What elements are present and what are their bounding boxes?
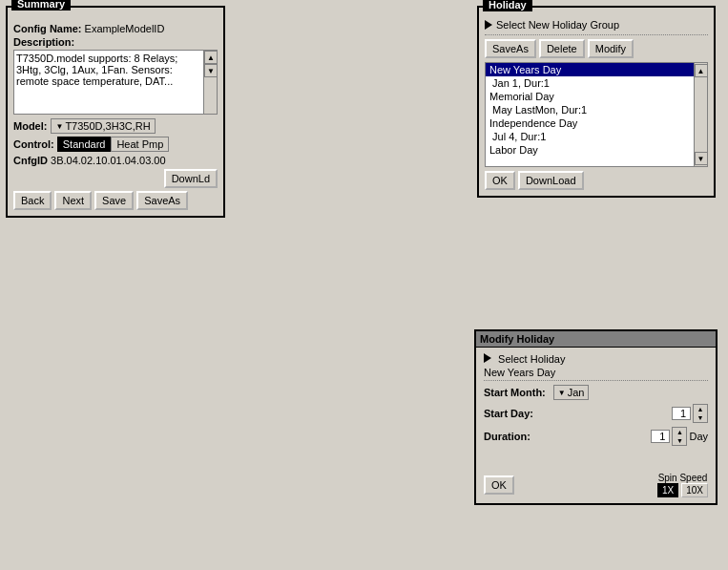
speed-1x-button[interactable]: 1X: [657, 483, 678, 497]
divider: [485, 34, 708, 35]
scroll-down-arrow[interactable]: ▼: [204, 64, 218, 77]
config-name-row: Config Name: ExampleModelID: [13, 23, 218, 34]
spacer: [484, 454, 708, 473]
holiday-list-item[interactable]: Memorial Day: [486, 90, 694, 103]
description-box: T7350D.model supports: 8 Relays; 3Htg, 3…: [13, 50, 218, 115]
select-group-row: Select New Holiday Group: [485, 19, 708, 31]
start-day-control: 1 ▲ ▼: [672, 404, 708, 423]
duration-up[interactable]: ▲: [673, 428, 686, 436]
description-label: Description:: [13, 36, 74, 48]
standard-button[interactable]: Standard: [57, 137, 112, 152]
duration-label: Duration:: [484, 431, 530, 442]
selected-holiday-text: New Years Day: [484, 367, 555, 378]
selected-holiday-value[interactable]: New Years Day: [484, 367, 708, 381]
model-row: Model: ▼ T7350D,3H3C,RH: [13, 118, 218, 134]
list-scroll-up[interactable]: ▲: [695, 64, 708, 77]
cnfgid-label: CnfgID: [13, 155, 48, 166]
summary-panel: Summary Config Name: ExampleModelID Desc…: [6, 6, 225, 218]
config-name-value: ExampleModelID: [85, 23, 165, 34]
model-label: Model:: [13, 120, 47, 132]
start-month-dropdown[interactable]: ▼ Jan: [553, 385, 590, 400]
holiday-list-item[interactable]: Labor Day: [486, 143, 694, 157]
modify-holiday-titlebar: Modify Holiday: [476, 331, 716, 348]
holiday-list-item[interactable]: May LastMon, Dur:1: [486, 103, 694, 116]
duration-control: 1 ▲ ▼ Day: [651, 427, 708, 446]
holiday-bottom-buttons: OK DownLoad: [485, 171, 708, 190]
duration-value: 1: [651, 430, 670, 443]
start-day-down[interactable]: ▼: [694, 413, 707, 422]
start-month-value: Jan: [568, 387, 585, 398]
start-day-up[interactable]: ▲: [694, 405, 707, 413]
select-holiday-label: Select Holiday: [498, 353, 565, 365]
cnfgid-row: CnfgID 3B.04.02.10.01.04.03.00: [13, 155, 218, 166]
back-button[interactable]: Back: [13, 191, 52, 210]
downld-button[interactable]: DownLd: [164, 169, 218, 188]
summary-bottom-buttons: Back Next Save SaveAs: [13, 191, 218, 210]
modify-holiday-title: Modify Holiday: [480, 333, 554, 345]
duration-row: Duration: 1 ▲ ▼ Day: [484, 427, 708, 446]
saveas-button[interactable]: SaveAs: [136, 191, 188, 210]
speed-10x-button[interactable]: 10X: [681, 483, 708, 497]
holiday-panel: Holiday Select New Holiday Group SaveAs …: [477, 6, 716, 198]
model-value: T7350D,3H3C,RH: [65, 120, 150, 132]
description-text: T7350D.model supports: 8 Relays; 3Htg, 3…: [16, 53, 215, 87]
start-day-spinner[interactable]: ▲ ▼: [693, 404, 708, 423]
next-button[interactable]: Next: [54, 191, 92, 210]
duration-down[interactable]: ▼: [673, 436, 686, 445]
holiday-list-item[interactable]: Independence Day: [486, 116, 694, 130]
control-row: Control: Standard Heat Pmp: [13, 137, 218, 152]
summary-title: Summary: [11, 0, 71, 11]
start-day-value: 1: [672, 407, 691, 420]
modify-ok-button[interactable]: OK: [484, 475, 514, 495]
holiday-download-button[interactable]: DownLoad: [518, 171, 584, 190]
select-group-label: Select New Holiday Group: [496, 19, 619, 31]
modify-bottom-row: OK Spin Speed 1X 10X: [484, 473, 708, 497]
holiday-saveas-button[interactable]: SaveAs: [485, 39, 536, 58]
start-month-row: Start Month: ▼ Jan: [484, 385, 708, 400]
start-day-row: Start Day: 1 ▲ ▼: [484, 404, 708, 423]
config-name-label: Config Name:: [13, 23, 82, 34]
scroll-up-arrow[interactable]: ▲: [204, 51, 218, 64]
save-button[interactable]: Save: [94, 191, 134, 210]
start-day-label: Start Day:: [484, 408, 533, 419]
modify-holiday-content: Select Holiday New Years Day Start Month…: [476, 348, 716, 503]
holiday-ok-button[interactable]: OK: [485, 171, 515, 190]
dropdown-arrow: ▼: [55, 122, 63, 131]
description-label-row: Description:: [13, 36, 218, 48]
holiday-list-scrollbar[interactable]: ▲ ▼: [694, 63, 707, 166]
select-holiday-row: Select Holiday: [484, 353, 708, 365]
downld-row: DownLd: [13, 169, 218, 188]
select-group-arrow: [485, 20, 492, 30]
description-scrollbar[interactable]: ▲ ▼: [203, 51, 217, 114]
holiday-list[interactable]: New Years Day Jan 1, Dur:1 Memorial Day …: [485, 62, 708, 167]
heatpmp-button[interactable]: Heat Pmp: [111, 137, 169, 152]
holiday-list-item[interactable]: Jul 4, Dur:1: [486, 130, 694, 143]
month-dropdown-arrow: ▼: [558, 389, 566, 397]
holiday-buttons: SaveAs Delete Modify: [485, 39, 708, 58]
holiday-list-item[interactable]: New Years Day: [486, 63, 694, 76]
holiday-title: Holiday: [483, 0, 532, 11]
select-holiday-arrow: [484, 353, 491, 363]
control-label: Control:: [13, 138, 54, 150]
model-dropdown[interactable]: ▼ T7350D,3H3C,RH: [51, 118, 155, 134]
holiday-delete-button[interactable]: Delete: [539, 39, 585, 58]
duration-spinner[interactable]: ▲ ▼: [672, 427, 687, 446]
duration-unit: Day: [689, 431, 708, 442]
start-month-label: Start Month:: [484, 387, 546, 398]
spin-speed-buttons: 1X 10X: [657, 483, 708, 497]
spin-speed-label: Spin Speed: [658, 473, 708, 483]
list-scroll-down[interactable]: ▼: [695, 152, 708, 165]
summary-title-bar: Summary: [8, 7, 223, 9]
holiday-modify-button[interactable]: Modify: [588, 39, 634, 58]
modify-holiday-panel: Modify Holiday Select Holiday New Years …: [474, 329, 718, 505]
cnfgid-value: 3B.04.02.10.01.04.03.00: [51, 155, 166, 166]
spin-speed-group: Spin Speed 1X 10X: [657, 473, 708, 497]
holiday-list-item[interactable]: Jan 1, Dur:1: [486, 76, 694, 90]
